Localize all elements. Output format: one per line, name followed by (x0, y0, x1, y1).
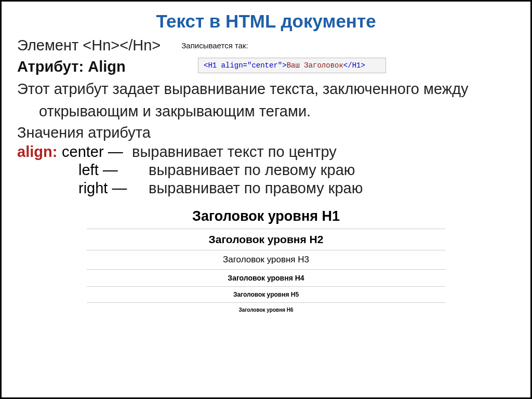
slide-title: Текст в HTML документе (17, 11, 515, 32)
slide-frame: Текст в HTML документе Элемент <Hn></Hn>… (0, 0, 532, 399)
align-value-row-left: left — выравнивает по левому краю (78, 162, 515, 179)
element-line: Элемент <Hn></Hn> (17, 37, 161, 54)
divider (87, 269, 445, 270)
heading-h5-demo: Заголовок уровня H5 (17, 291, 515, 298)
values-label: Значения атрибута (17, 124, 515, 141)
code-close-tag: </H1> (343, 61, 365, 70)
headings-demo: Заголовок уровня H1 Заголовок уровня H2 … (17, 208, 515, 313)
heading-h3-demo: Заголовок уровня H3 (17, 255, 515, 265)
element-row: Элемент <Hn></Hn> Записывается так: (17, 37, 515, 54)
code-attr: align="center" (221, 61, 283, 70)
align-desc-right: выравнивает по правому краю (149, 180, 363, 197)
align-desc-center: выравнивает текст по центру (132, 143, 337, 161)
written-as-label: Записывается так: (181, 37, 248, 50)
align-value-row-center: align: center — выравнивает текст по цен… (17, 143, 515, 161)
description-line-2: открывающим и закрывающим тегами. (17, 102, 515, 121)
code-open-tag: <H1 (204, 61, 221, 70)
heading-h4-demo: Заголовок уровня H4 (17, 274, 515, 282)
divider (87, 250, 445, 250)
align-value-left: left — (78, 162, 149, 179)
align-value-center: center — (62, 143, 132, 161)
align-value-row-right: right — выравнивает по правому краю (78, 180, 515, 197)
code-example-box: <H1 align="center">Ваш Заголовок</H1> (198, 58, 386, 73)
heading-h2-demo: Заголовок уровня H2 (17, 233, 515, 246)
heading-h1-demo: Заголовок уровня H1 (17, 208, 515, 224)
description-line-1: Этот атрибут задает выравнивание текста,… (17, 79, 515, 99)
divider (87, 286, 445, 287)
heading-h6-demo: Заголовок уровня H6 (17, 307, 515, 313)
align-value-right: right — (78, 180, 149, 197)
align-key: align: (17, 143, 62, 161)
divider (87, 229, 445, 229)
divider (87, 302, 445, 303)
code-content: Ваш Заголовок (287, 61, 343, 70)
code-open-end: > (282, 61, 286, 70)
align-desc-left: выравнивает по левому краю (149, 162, 355, 179)
